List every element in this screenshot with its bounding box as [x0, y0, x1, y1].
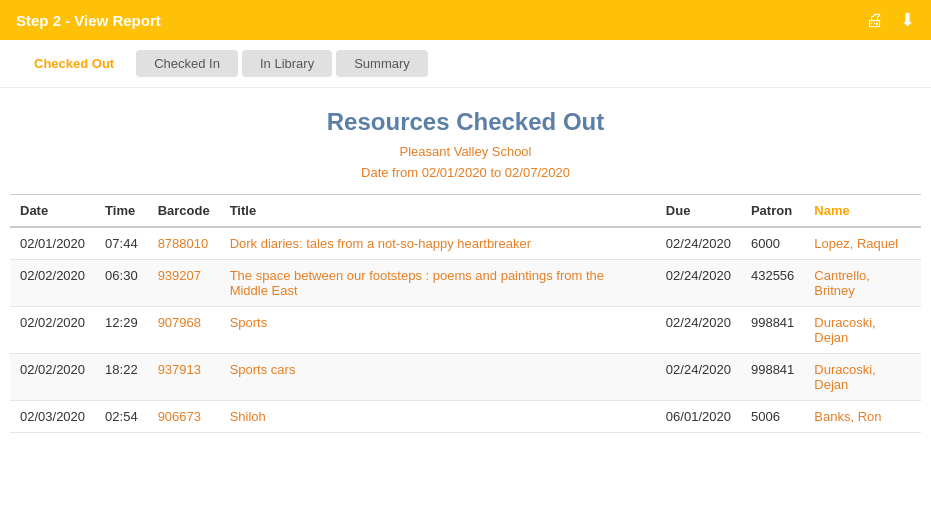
col-name: Name	[804, 194, 921, 227]
cell-title: Sports	[220, 306, 656, 353]
download-icon[interactable]: ⬇	[900, 9, 915, 31]
cell-due: 02/24/2020	[656, 306, 741, 353]
cell-patron: 998841	[741, 353, 804, 400]
cell-title: Dork diaries: tales from a not-so-happy …	[220, 227, 656, 260]
tab-checked-out[interactable]: Checked Out	[16, 50, 132, 77]
table-row: 02/02/202006:30939207The space between o…	[10, 259, 921, 306]
title-link[interactable]: Sports cars	[230, 362, 296, 377]
title-link[interactable]: Shiloh	[230, 409, 266, 424]
cell-barcode: 8788010	[148, 227, 220, 260]
tab-in-library[interactable]: In Library	[242, 50, 332, 77]
barcode-link[interactable]: 906673	[158, 409, 201, 424]
cell-time: 02:54	[95, 400, 148, 432]
header-title: Step 2 - View Report	[16, 12, 161, 29]
print-icon[interactable]: 🖨	[866, 10, 884, 31]
report-table: Date Time Barcode Title Due Patron Name …	[10, 194, 921, 433]
report-school: Pleasant Valley School Date from 02/01/2…	[0, 142, 931, 184]
col-patron: Patron	[741, 194, 804, 227]
cell-due: 02/24/2020	[656, 259, 741, 306]
cell-barcode: 939207	[148, 259, 220, 306]
cell-time: 12:29	[95, 306, 148, 353]
patron-name: Cantrello, Britney	[814, 268, 870, 298]
cell-patron: 998841	[741, 306, 804, 353]
cell-title: Shiloh	[220, 400, 656, 432]
table-row: 02/02/202012:29907968Sports02/24/2020998…	[10, 306, 921, 353]
col-date: Date	[10, 194, 95, 227]
cell-barcode: 937913	[148, 353, 220, 400]
patron-name: Duracoski, Dejan	[814, 315, 875, 345]
cell-name: Cantrello, Britney	[804, 259, 921, 306]
cell-date: 02/02/2020	[10, 353, 95, 400]
cell-title: The space between our footsteps : poems …	[220, 259, 656, 306]
barcode-link[interactable]: 8788010	[158, 236, 209, 251]
cell-name: Duracoski, Dejan	[804, 306, 921, 353]
cell-time: 18:22	[95, 353, 148, 400]
data-table-wrapper: Date Time Barcode Title Due Patron Name …	[0, 194, 931, 433]
col-title: Title	[220, 194, 656, 227]
cell-date: 02/01/2020	[10, 227, 95, 260]
cell-date: 02/03/2020	[10, 400, 95, 432]
col-barcode: Barcode	[148, 194, 220, 227]
table-body: 02/01/202007:448788010Dork diaries: tale…	[10, 227, 921, 433]
title-link[interactable]: The space between our footsteps : poems …	[230, 268, 604, 298]
table-row: 02/03/202002:54906673Shiloh06/01/2020500…	[10, 400, 921, 432]
cell-barcode: 906673	[148, 400, 220, 432]
cell-due: 02/24/2020	[656, 227, 741, 260]
cell-barcode: 907968	[148, 306, 220, 353]
patron-name: Duracoski, Dejan	[814, 362, 875, 392]
cell-due: 06/01/2020	[656, 400, 741, 432]
cell-name: Lopez, Raquel	[804, 227, 921, 260]
report-header: Resources Checked Out Pleasant Valley Sc…	[0, 88, 931, 194]
title-link[interactable]: Dork diaries: tales from a not-so-happy …	[230, 236, 531, 251]
app-header: Step 2 - View Report 🖨 ⬇	[0, 0, 931, 40]
cell-name: Banks, Ron	[804, 400, 921, 432]
tab-checked-in[interactable]: Checked In	[136, 50, 238, 77]
col-time: Time	[95, 194, 148, 227]
patron-name: Lopez, Raquel	[814, 236, 898, 251]
patron-name: Banks, Ron	[814, 409, 881, 424]
barcode-link[interactable]: 907968	[158, 315, 201, 330]
cell-patron: 6000	[741, 227, 804, 260]
barcode-link[interactable]: 937913	[158, 362, 201, 377]
cell-time: 06:30	[95, 259, 148, 306]
cell-name: Duracoski, Dejan	[804, 353, 921, 400]
col-due: Due	[656, 194, 741, 227]
cell-time: 07:44	[95, 227, 148, 260]
header-actions: 🖨 ⬇	[866, 9, 915, 31]
tab-bar: Checked Out Checked In In Library Summar…	[0, 40, 931, 88]
cell-patron: 432556	[741, 259, 804, 306]
title-link[interactable]: Sports	[230, 315, 268, 330]
tab-summary[interactable]: Summary	[336, 50, 428, 77]
cell-date: 02/02/2020	[10, 259, 95, 306]
cell-title: Sports cars	[220, 353, 656, 400]
table-row: 02/01/202007:448788010Dork diaries: tale…	[10, 227, 921, 260]
school-name: Pleasant Valley School	[0, 142, 931, 163]
cell-patron: 5006	[741, 400, 804, 432]
date-range: Date from 02/01/2020 to 02/07/2020	[0, 163, 931, 184]
cell-date: 02/02/2020	[10, 306, 95, 353]
table-header-row: Date Time Barcode Title Due Patron Name	[10, 194, 921, 227]
barcode-link[interactable]: 939207	[158, 268, 201, 283]
table-row: 02/02/202018:22937913Sports cars02/24/20…	[10, 353, 921, 400]
report-title: Resources Checked Out	[0, 108, 931, 136]
cell-due: 02/24/2020	[656, 353, 741, 400]
